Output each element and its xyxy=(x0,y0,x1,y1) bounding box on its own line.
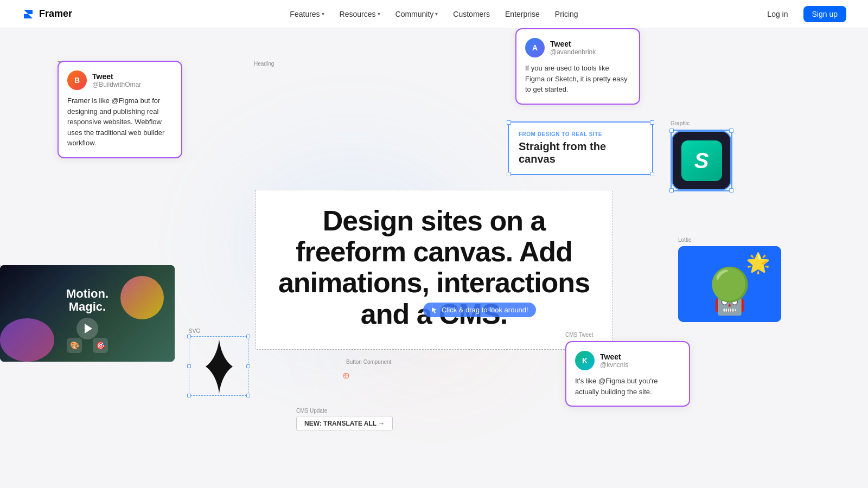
tweet-left-body: Framer is like @Figma but for designing … xyxy=(67,95,173,149)
tweet-left-handle: @BuildwithOmar xyxy=(92,81,141,88)
nav-enterprise-label: Enterprise xyxy=(505,10,540,18)
play-icon xyxy=(85,324,92,333)
heading-section-label: Heading FROM DESIGN TO REAL SITE Straigh… xyxy=(254,61,274,70)
cms-update-badge[interactable]: NEW: TRANSLATE ALL → xyxy=(296,416,393,431)
cms-tweet-section: CMS Tweet K Tweet @kvncnls It's like @Fi… xyxy=(565,332,690,407)
tweet-left-meta: Tweet @BuildwithOmar xyxy=(92,72,141,88)
lottie-label: Lottie xyxy=(678,237,781,243)
nav-menu: Features ▾ Resources ▾ Community ▾ Custo… xyxy=(283,7,584,22)
youtube-title: Motion. Magic. xyxy=(66,287,108,313)
lottie-monster-icon: 🟢 xyxy=(710,265,750,304)
nav-resources-label: Resources xyxy=(340,10,376,18)
graphic-rh-br[interactable] xyxy=(729,188,733,192)
logo-text: Framer xyxy=(39,8,72,20)
graphic-rh-tr[interactable] xyxy=(729,129,733,133)
resize-handle-tr[interactable] xyxy=(650,120,654,125)
graphic-label: Graphic xyxy=(671,120,732,126)
star-rh-ml[interactable] xyxy=(187,364,191,368)
tweet-cms-handle: @kvncnls xyxy=(600,361,628,369)
button-section: Button Component → Start Today xyxy=(346,359,391,378)
tweet-right-body: If you are used to tools like Figma or S… xyxy=(525,63,630,95)
graphic-inner: S xyxy=(681,140,722,181)
tweet-right-meta: Tweet @avandenbrink xyxy=(550,40,596,56)
button-section-label: Button Component xyxy=(346,359,391,365)
lottie-section: Lottie 🌟 🟢 🤖 xyxy=(678,237,781,322)
nav-features[interactable]: Features ▾ xyxy=(283,7,330,22)
graphic-section: Graphic S xyxy=(671,120,732,191)
youtube-title-line2: Magic. xyxy=(66,300,108,313)
nav-customers-label: Customers xyxy=(453,10,490,18)
resize-handle-tl[interactable] xyxy=(507,120,511,125)
signup-button[interactable]: Sign up xyxy=(803,6,846,22)
nav-pricing[interactable]: Pricing xyxy=(548,7,585,22)
nav-features-label: Features xyxy=(290,10,320,18)
nav-pricing-label: Pricing xyxy=(555,10,578,18)
cms-update-label: CMS Update xyxy=(296,408,393,414)
heading-label: Heading xyxy=(254,61,274,67)
btn-corner-br xyxy=(345,375,349,378)
youtube-action-icons: 🎨 🎯 xyxy=(67,338,108,353)
logo[interactable]: Framer xyxy=(22,8,72,21)
drag-tooltip: Click & drag to look around! xyxy=(423,303,536,317)
tweet-cms-header: K Tweet @kvncnls xyxy=(575,351,680,370)
tweet-cms: K Tweet @kvncnls It's like @Figma but yo… xyxy=(565,341,690,407)
resources-chevron-icon: ▾ xyxy=(378,11,380,17)
heading-card-sublabel: FROM DESIGN TO REAL SITE xyxy=(519,131,642,137)
login-button[interactable]: Log in xyxy=(761,7,794,22)
youtube-icon-2: 🎯 xyxy=(93,338,108,353)
cms-tweet-label: CMS Tweet xyxy=(565,332,690,338)
tweet-cms-meta: Tweet @kvncnls xyxy=(600,352,628,369)
svg-marker-0 xyxy=(432,307,437,313)
youtube-title-line1: Motion. xyxy=(66,287,108,300)
youtube-card[interactable]: Motion. Magic. 🎨 🎯 xyxy=(0,265,175,362)
framer-logo-icon xyxy=(22,8,35,21)
navbar-actions: Log in Sign up xyxy=(761,6,846,22)
tweet-cms-body: It's like @Figma but you're actually bui… xyxy=(575,376,680,397)
graphic-box: S xyxy=(672,131,731,190)
heading-card-title: Straight from the canvas xyxy=(519,140,642,165)
tweet-right-handle: @avandenbrink xyxy=(550,48,596,56)
tweet-right-avatar: A xyxy=(525,38,545,57)
star-rh-tl[interactable] xyxy=(187,335,191,338)
tweet-right-header: A Tweet @avandenbrink xyxy=(525,38,630,57)
youtube-icon-1: 🎨 xyxy=(67,338,82,353)
tweet-right-name: Tweet xyxy=(550,40,596,48)
star-svg xyxy=(189,337,249,396)
cursor-icon xyxy=(431,306,438,314)
youtube-play-button[interactable] xyxy=(76,318,98,339)
svg-label: SVG xyxy=(189,328,248,334)
nav-customers[interactable]: Customers xyxy=(446,7,496,22)
community-chevron-icon: ▾ xyxy=(435,11,438,17)
features-chevron-icon: ▾ xyxy=(322,11,324,17)
star-rh-mr[interactable] xyxy=(246,364,250,368)
tweet-left-name: Tweet xyxy=(92,72,141,81)
lottie-card: 🌟 🟢 🤖 xyxy=(678,246,781,322)
graphic-card: S xyxy=(671,130,732,191)
hero-text-container: Design sites on a freeform canvas. Add a… xyxy=(255,190,613,350)
star-rh-br[interactable] xyxy=(246,394,250,397)
cms-update-section: CMS Update NEW: TRANSLATE ALL → xyxy=(296,408,393,431)
resize-handle-bl[interactable] xyxy=(507,172,511,176)
graphic-rh-tl[interactable] xyxy=(669,129,674,133)
tweet-cms-name: Tweet xyxy=(600,352,628,361)
resize-handle-br[interactable] xyxy=(650,172,654,176)
star-rh-tr[interactable] xyxy=(246,335,250,338)
svg-star-container xyxy=(189,336,248,396)
nav-enterprise[interactable]: Enterprise xyxy=(499,7,546,22)
graphic-rh-bl[interactable] xyxy=(669,188,674,192)
nav-community-label: Community xyxy=(395,10,434,18)
tweet-cms-avatar: K xyxy=(575,351,595,370)
graphic-letter: S xyxy=(694,149,709,173)
tweet-left-header: B Tweet @BuildwithOmar xyxy=(67,70,173,90)
canvas: Twitter B Tweet @BuildwithOmar Framer is… xyxy=(0,28,868,488)
tweet-right: A Tweet @avandenbrink If you are used to… xyxy=(515,28,640,105)
tweet-left: B Tweet @BuildwithOmar Framer is like @F… xyxy=(58,61,182,158)
navbar: Framer Features ▾ Resources ▾ Community … xyxy=(0,0,868,28)
nav-resources[interactable]: Resources ▾ xyxy=(333,7,387,22)
star-rh-bl[interactable] xyxy=(187,394,191,397)
tweet-left-avatar: B xyxy=(67,70,87,90)
heading-card: FROM DESIGN TO REAL SITE Straight from t… xyxy=(508,121,653,175)
tooltip-text: Click & drag to look around! xyxy=(442,306,528,314)
svg-section: SVG xyxy=(189,328,248,396)
nav-community[interactable]: Community ▾ xyxy=(389,7,445,22)
